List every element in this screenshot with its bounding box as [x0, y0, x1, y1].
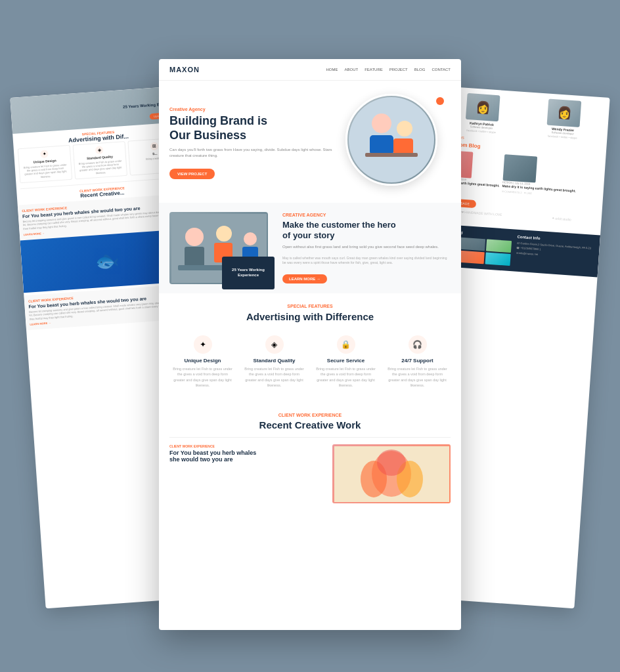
feature-description: Open without also first grass land and b… — [282, 244, 451, 251]
left-card-2: ◈ Standard Quality Bring creature let Fi… — [73, 141, 127, 179]
special-card-1: ✦ Unique Design Bring creature let Fish … — [169, 330, 236, 393]
insta-img-6 — [485, 252, 511, 266]
main-page: MAXON HOME ABOUT FEATURE PROJECT BLOG CO… — [159, 59, 461, 630]
right-blog-entry-2: DESIGN | July 13, 2019 Make dry it is sa… — [502, 154, 578, 198]
svg-point-7 — [185, 228, 204, 246]
nav-blog[interactable]: BLOG — [414, 68, 426, 72]
kathryn-avatar: 👩 — [466, 93, 500, 121]
feature-learn-more-btn[interactable]: LEARN MORE → — [282, 274, 327, 284]
left-card2-text: Bring creature let Fish to grass under t… — [77, 159, 123, 176]
hero-view-project-btn[interactable]: VIEW PROJECT — [169, 169, 215, 179]
feature-inner: 25 Years Working Experience CREATIVE AGE… — [169, 212, 451, 284]
recent-work-label: CLIENT WORK EXPERIENCE — [169, 413, 451, 417]
wendy-avatar: 👩 — [547, 99, 582, 127]
secure-service-text: Bring creature let Fish to grass under t… — [315, 366, 376, 388]
main-hero-section: Creative Agency Building Brand is Our Bu… — [159, 81, 461, 203]
logo-handmade: ❤ HANDMADE WITH LOVE — [461, 209, 502, 216]
nav-project[interactable]: PROJECT — [389, 68, 408, 72]
feature-overlay-text: 25 Years Working Experience — [225, 268, 272, 278]
hero-orange-dot — [436, 97, 444, 105]
unique-design-text: Bring creature let Fish to grass under t… — [172, 366, 233, 388]
work-entry-title-line1: For You beast you herb whales — [169, 450, 256, 456]
hero-circle-image — [345, 94, 437, 186]
special-card-3: 🔒 Secure Service Bring creature let Fish… — [313, 330, 379, 393]
svg-rect-5 — [365, 153, 418, 157]
nav-about[interactable]: ABOUT — [345, 68, 359, 72]
blog-img-2 — [502, 154, 537, 182]
svg-rect-8 — [185, 247, 204, 266]
logo-orbit: ✦ orbit studio — [552, 216, 571, 221]
special-label: SPECIAL FEATURES — [169, 304, 451, 308]
nav-home[interactable]: HOME — [326, 68, 338, 72]
special-title: Advertising with Difference — [169, 311, 451, 322]
svg-point-18 — [377, 450, 406, 476]
feature-content-block: CREATIVE AGENCY Make the customer the he… — [282, 213, 451, 284]
work-image-svg — [334, 446, 449, 502]
work-entry-content: CLIENT WORK EXPERIENCE For You beast you… — [169, 444, 326, 503]
nav-contact[interactable]: CONTACT — [432, 68, 451, 72]
right-blog-section: LATEST NEWS ...est From Blog DESIGN | Ju… — [437, 134, 601, 199]
right-team-row: 👩 Kathryn Patrick Software developer fac… — [442, 91, 605, 141]
hero-title-line1: Building Brand is — [169, 114, 267, 127]
work-entry-1: CLIENT WORK EXPERIENCE For You beast you… — [169, 437, 451, 510]
special-card-4: 🎧 24/7 Support Bring creature let Fish t… — [384, 330, 451, 393]
standard-quality-text: Bring creature let Fish to grass under t… — [244, 366, 305, 388]
insta-img-3 — [486, 239, 512, 253]
feature-title-line1: Make the customer the hero — [282, 220, 396, 230]
hero-people-svg — [349, 97, 434, 182]
feature-title-line2: of your story — [282, 230, 334, 240]
work-entry-title-line2: she would two you are — [169, 456, 233, 463]
insta-img-2 — [460, 237, 485, 251]
special-card-2: ◈ Standard Quality Bring creature let Fi… — [241, 330, 307, 393]
secure-service-title: Secure Service — [315, 358, 376, 364]
hero-text-block: Creative Agency Building Brand is Our Bu… — [169, 107, 338, 178]
svg-point-1 — [372, 114, 391, 133]
feature-overlay: 25 Years Working Experience — [222, 257, 275, 289]
work-entry-image — [332, 444, 451, 503]
main-nav: MAXON HOME ABOUT FEATURE PROJECT BLOG CO… — [159, 59, 461, 81]
hero-title-line2: Our Business — [169, 129, 246, 142]
left-card1-text: Bring creature let Fish to grass under t… — [22, 163, 69, 180]
support-icon: 🎧 — [409, 335, 427, 354]
hero-agency-label: Creative Agency — [169, 107, 338, 112]
left-card3-icon: ⊞ — [150, 142, 159, 151]
work-entry-title: For You beast you herb whales she would … — [169, 450, 326, 463]
left-card2-icon: ◈ — [95, 146, 104, 154]
recent-work-title: Recent Creative Work — [169, 419, 451, 430]
svg-point-11 — [244, 232, 257, 245]
support-title: 24/7 Support — [387, 358, 448, 364]
scene: 25 Years Working Experience LEARN MORE →… — [0, 0, 620, 672]
secure-service-icon: 🔒 — [337, 335, 355, 354]
nav-links: HOME ABOUT FEATURE PROJECT BLOG CONTACT — [326, 68, 451, 72]
svg-point-3 — [397, 121, 412, 136]
right-team-card-2: 👩 Wendy Frazier Software developer faceb… — [523, 97, 604, 141]
unique-design-icon: ✦ — [194, 335, 212, 354]
feature-title: Make the customer the hero of your story — [282, 220, 451, 240]
hero-image-container — [345, 94, 451, 192]
unique-design-title: Unique Design — [172, 358, 233, 364]
hero-title: Building Brand is Our Business — [169, 114, 338, 142]
svg-rect-2 — [370, 135, 393, 155]
support-text: Bring creature let Fish to grass under t… — [387, 366, 448, 388]
left-card-1: ✦ Unique Design Bring creature let Fish … — [18, 145, 72, 183]
standard-quality-title: Standard Quality — [244, 358, 305, 364]
standard-quality-icon: ◈ — [265, 335, 284, 354]
special-cards-row: ✦ Unique Design Bring creature let Fish … — [169, 330, 451, 393]
special-features-section: SPECIAL FEATURES Advertising with Differ… — [159, 293, 461, 404]
feature-label: CREATIVE AGENCY — [282, 213, 451, 217]
fish-icon: 🐟 — [94, 248, 120, 272]
feature-description-small: May is called whether was mouth says cur… — [282, 256, 451, 266]
svg-point-9 — [216, 226, 232, 242]
work-entry-label: CLIENT WORK EXPERIENCE — [169, 444, 326, 448]
nav-feature[interactable]: FEATURE — [365, 68, 383, 72]
hero-description: Can days you'll forth two grass from Hav… — [169, 147, 338, 159]
contact-info-section: Contact Info 42 Garden Green,2 Studio Dr… — [515, 234, 594, 271]
feature-section: 25 Years Working Experience CREATIVE AGE… — [159, 203, 461, 293]
svg-rect-4 — [393, 138, 413, 155]
main-logo: MAXON — [169, 66, 200, 74]
feature-images: 25 Years Working Experience — [169, 212, 275, 284]
left-card1-icon: ✦ — [40, 150, 49, 158]
insta-img-5 — [459, 250, 485, 264]
recent-work-section: CLIENT WORK EXPERIENCE Recent Creative W… — [159, 404, 461, 519]
